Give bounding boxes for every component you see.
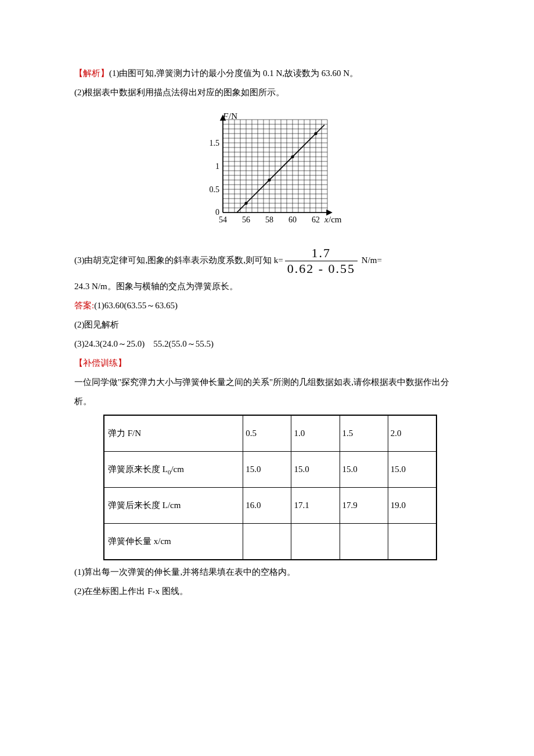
analysis-p4: 24.3 N/m。图象与横轴的交点为弹簧原长。 — [74, 277, 464, 296]
xtick-54: 54 — [219, 215, 227, 224]
cell: 1.5 — [340, 415, 388, 452]
answer-1: (1)63.60(63.55～63.65) — [94, 301, 178, 310]
table-row: 弹力 F/N 0.5 1.0 1.5 2.0 — [104, 415, 436, 452]
data-table: 弹力 F/N 0.5 1.0 1.5 2.0 弹簧原来长度 L0/cm 15.0… — [103, 415, 437, 560]
chart-container: F /N x /cm — [74, 111, 464, 234]
answers-line-1: 答案:(1)63.60(63.55～63.65) — [74, 296, 464, 315]
fit-line — [237, 125, 324, 213]
ytick-0: 0 — [215, 208, 219, 217]
answers-label: 答案: — [74, 301, 94, 310]
cell: 0.5 — [243, 415, 291, 452]
data-table-wrap: 弹力 F/N 0.5 1.0 1.5 2.0 弹簧原来长度 L0/cm 15.0… — [103, 415, 464, 560]
xtick-labels: 54 56 58 60 62 — [219, 215, 320, 224]
frac-num: 1.7 — [285, 246, 358, 261]
cell: 2.0 — [388, 415, 436, 452]
row-header: 弹簧原来长度 L0/cm — [104, 451, 243, 487]
cell: 15.0 — [340, 451, 388, 487]
cell: 16.0 — [243, 487, 291, 523]
k-fraction: 1.70.62 - 0.55 — [285, 246, 358, 277]
supplement-q1: (1)算出每一次弹簧的伸长量,并将结果填在表中的空格内。 — [74, 563, 464, 582]
cell: 19.0 — [388, 487, 436, 523]
xtick-62: 62 — [312, 215, 320, 224]
cell — [243, 523, 291, 560]
ytick-1-0: 1 — [215, 162, 219, 171]
table-row: 弹簧伸长量 x/cm — [104, 523, 436, 560]
chart-axes — [221, 116, 331, 215]
row-header: 弹力 F/N — [104, 415, 243, 452]
row-header: 弹簧伸长量 x/cm — [104, 523, 243, 560]
supplement-label: 【补偿训练】 — [74, 354, 464, 373]
analysis-p1: (1)由图可知,弹簧测力计的最小分度值为 0.1 N,故读数为 63.60 N。 — [109, 69, 358, 78]
frac-den: 0.62 - 0.55 — [285, 261, 358, 276]
cell — [291, 523, 340, 560]
analysis-line-1: 【解析】(1)由图可知,弹簧测力计的最小分度值为 0.1 N,故读数为 63.6… — [74, 64, 464, 83]
analysis-p2: (2)根据表中数据利用描点法得出对应的图象如图所示。 — [74, 83, 464, 102]
xlabel-cm: /cm — [329, 215, 342, 224]
cell: 15.0 — [291, 451, 340, 487]
answer-2: (2)图见解析 — [74, 315, 464, 334]
cell: 17.9 — [340, 487, 388, 523]
analysis-label: 【解析】 — [74, 69, 109, 78]
xtick-58: 58 — [265, 215, 273, 224]
xlabel-x: x — [324, 215, 329, 224]
supplement-intro: 一位同学做"探究弹力大小与弹簧伸长量之间的关系"所测的几组数据如表,请你根据表中… — [74, 373, 464, 411]
cell — [340, 523, 388, 560]
analysis-p3-post: N/m= — [359, 255, 382, 265]
ytick-1-5: 1.5 — [210, 139, 220, 147]
chart-grid — [223, 120, 327, 213]
cell: 15.0 — [243, 451, 291, 487]
xtick-56: 56 — [242, 215, 250, 224]
svg-marker-41 — [327, 210, 331, 215]
cell: 15.0 — [388, 451, 436, 487]
ylabel-n: /N — [229, 111, 237, 121]
supplement-q2: (2)在坐标图上作出 F-x 图线。 — [74, 582, 464, 601]
ytick-0-5: 0.5 — [210, 185, 220, 194]
cell — [388, 523, 436, 560]
analysis-p3-pre: (3)由胡克定律可知,图象的斜率表示劲度系数,则可知 k= — [74, 255, 283, 265]
table-row: 弹簧后来长度 L/cm 16.0 17.1 17.9 19.0 — [104, 487, 436, 523]
xtick-60: 60 — [288, 215, 297, 224]
ytick-labels: 0 0.5 1 1.5 — [210, 139, 220, 217]
analysis-line-3: (3)由胡克定律可知,图象的斜率表示劲度系数,则可知 k=1.70.62 - 0… — [74, 246, 464, 277]
cell: 1.0 — [291, 415, 340, 452]
chart-svg: F /N x /cm — [194, 111, 345, 227]
table-row: 弹簧原来长度 L0/cm 15.0 15.0 15.0 15.0 — [104, 451, 436, 487]
row-header: 弹簧后来长度 L/cm — [104, 487, 243, 523]
cell: 17.1 — [291, 487, 340, 523]
answer-3: (3)24.3(24.0～25.0) 55.2(55.0～55.5) — [74, 334, 464, 354]
